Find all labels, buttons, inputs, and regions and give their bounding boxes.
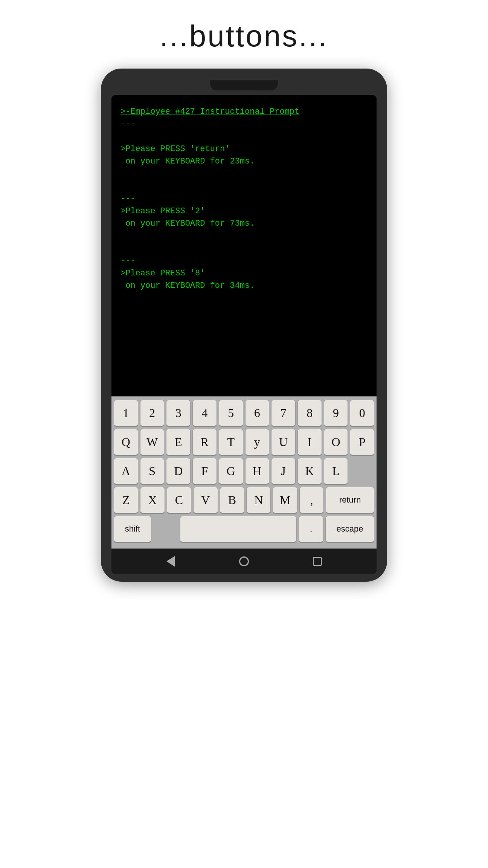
key-b[interactable]: B xyxy=(220,487,244,514)
terminal-line-10: on your KEYBOARD for 73ms. xyxy=(120,217,368,230)
terminal-line-11 xyxy=(120,230,368,242)
key-c[interactable]: C xyxy=(167,487,191,514)
terminal-line-15: on your KEYBOARD for 34ms. xyxy=(120,280,368,292)
keyboard-row-zxcv: Z X C V B N M , return xyxy=(114,487,374,514)
key-o[interactable]: O xyxy=(324,429,348,456)
phone-notch xyxy=(210,80,278,90)
nav-bar xyxy=(111,549,377,574)
key-k[interactable]: K xyxy=(297,458,322,485)
terminal-line-4: >Please PRESS 'return' xyxy=(120,143,368,155)
nav-home-button[interactable] xyxy=(236,554,252,569)
key-8[interactable]: 8 xyxy=(297,400,322,427)
terminal-line-7 xyxy=(120,180,368,193)
key-escape[interactable]: escape xyxy=(325,516,374,543)
terminal-line-12 xyxy=(120,242,368,255)
key-v[interactable]: V xyxy=(193,487,218,514)
terminal-line-6 xyxy=(120,168,368,180)
key-space[interactable] xyxy=(180,516,297,543)
key-shift[interactable]: shift xyxy=(114,516,151,543)
key-1[interactable]: 1 xyxy=(114,400,138,427)
phone-screen: >-Employee #427 Instructional Prompt ---… xyxy=(111,95,377,574)
keyboard-row-asdf: A S D F G H J K L xyxy=(114,458,374,485)
key-x[interactable]: X xyxy=(140,487,165,514)
key-q[interactable]: Q xyxy=(114,429,138,456)
key-t[interactable]: T xyxy=(219,429,243,456)
key-6[interactable]: 6 xyxy=(245,400,270,427)
terminal-line-2: --- xyxy=(120,118,368,130)
key-u[interactable]: U xyxy=(271,429,296,456)
key-d[interactable]: D xyxy=(166,458,191,485)
phone-frame: >-Employee #427 Instructional Prompt ---… xyxy=(101,69,387,582)
key-p[interactable]: P xyxy=(350,429,374,456)
key-w[interactable]: W xyxy=(140,429,165,456)
key-e[interactable]: E xyxy=(166,429,191,456)
key-4[interactable]: 4 xyxy=(192,400,217,427)
key-f[interactable]: F xyxy=(192,458,217,485)
key-z[interactable]: Z xyxy=(114,487,138,514)
key-0[interactable]: 0 xyxy=(350,400,374,427)
terminal-line-5: on your KEYBOARD for 23ms. xyxy=(120,155,368,168)
terminal-line-3 xyxy=(120,130,368,143)
terminal-line-9: >Please PRESS '2' xyxy=(120,205,368,217)
key-5[interactable]: 5 xyxy=(219,400,243,427)
key-n[interactable]: N xyxy=(246,487,271,514)
key-i[interactable]: I xyxy=(297,429,322,456)
keyboard-row-bottom: shift . escape xyxy=(114,516,374,543)
keyboard-row-qwerty: Q W E R T y U I O P xyxy=(114,429,374,456)
key-h[interactable]: H xyxy=(245,458,270,485)
key-return[interactable]: return xyxy=(326,487,374,514)
terminal-line-8: --- xyxy=(120,193,368,205)
key-g[interactable]: G xyxy=(219,458,243,485)
terminal-line-14: >Please PRESS '8' xyxy=(120,267,368,280)
key-comma[interactable]: , xyxy=(299,487,324,514)
back-icon xyxy=(166,556,175,567)
key-7[interactable]: 7 xyxy=(271,400,296,427)
keyboard-area: 1 2 3 4 5 6 7 8 9 0 Q W E R T y U I xyxy=(111,396,377,549)
page-title: ...buttons... xyxy=(160,19,328,53)
keyboard-row-numbers: 1 2 3 4 5 6 7 8 9 0 xyxy=(114,400,374,427)
nav-back-button[interactable] xyxy=(163,554,178,569)
nav-recents-button[interactable] xyxy=(310,554,325,569)
terminal-line-13: --- xyxy=(120,255,368,267)
key-dot[interactable]: . xyxy=(299,516,323,543)
key-s[interactable]: S xyxy=(140,458,165,485)
recents-icon xyxy=(313,557,322,566)
key-l[interactable]: L xyxy=(324,458,348,485)
terminal-line-1: >-Employee #427 Instructional Prompt xyxy=(120,105,368,118)
key-2[interactable]: 2 xyxy=(140,400,165,427)
terminal-area: >-Employee #427 Instructional Prompt ---… xyxy=(111,95,377,396)
key-j[interactable]: J xyxy=(271,458,296,485)
key-empty xyxy=(350,458,374,485)
key-spacer1 xyxy=(153,516,178,543)
key-a[interactable]: A xyxy=(114,458,138,485)
home-icon xyxy=(239,556,249,566)
key-9[interactable]: 9 xyxy=(324,400,348,427)
key-r[interactable]: R xyxy=(192,429,217,456)
key-y[interactable]: y xyxy=(245,429,270,456)
key-m[interactable]: M xyxy=(273,487,297,514)
key-3[interactable]: 3 xyxy=(166,400,191,427)
